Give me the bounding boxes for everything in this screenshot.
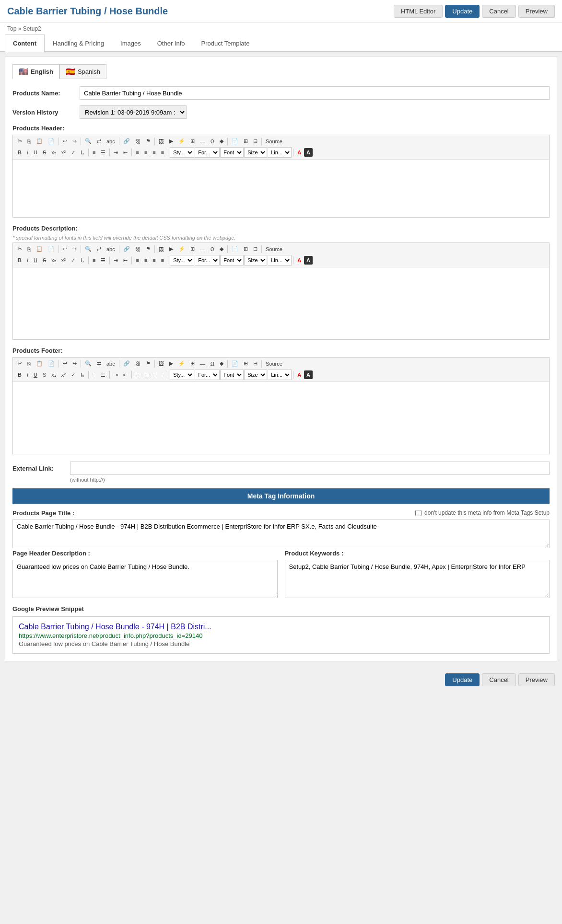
tb-link[interactable]: 🔗 bbox=[121, 137, 132, 146]
tb3-flash[interactable]: ⚡ bbox=[176, 359, 187, 368]
dd2-styles[interactable]: Sty... bbox=[170, 255, 194, 266]
tb3-media[interactable]: ▶ bbox=[167, 359, 176, 368]
external-link-input[interactable] bbox=[70, 462, 550, 475]
tb-hline[interactable]: — bbox=[198, 137, 208, 146]
tb-omega[interactable]: Ω bbox=[208, 137, 217, 146]
editor3-body[interactable] bbox=[13, 382, 549, 454]
meta-page-title-input[interactable] bbox=[12, 520, 550, 548]
tb2-find[interactable]: 🔍 bbox=[82, 244, 94, 254]
tb-flash[interactable]: ⚡ bbox=[176, 137, 187, 146]
cancel-button-top[interactable]: Cancel bbox=[482, 5, 515, 18]
tb2-replace[interactable]: ⇄ bbox=[94, 244, 104, 254]
tb-ol[interactable]: ≡ bbox=[90, 148, 98, 157]
tb3-spell[interactable]: abc bbox=[104, 359, 117, 368]
tb-sup[interactable]: x² bbox=[59, 148, 68, 157]
dd2-line[interactable]: Lin... bbox=[268, 255, 292, 266]
tb3-cut[interactable]: ✂ bbox=[15, 359, 24, 368]
tab-other-info[interactable]: Other Info bbox=[149, 35, 193, 52]
tb-align-center[interactable]: ≡ bbox=[142, 148, 150, 157]
tb-table[interactable]: ⊞ bbox=[188, 137, 197, 146]
dd-font[interactable]: Font bbox=[220, 147, 244, 158]
tb-image[interactable]: 🖼 bbox=[156, 137, 166, 146]
tb3-italic[interactable]: I bbox=[24, 370, 31, 379]
tb-replace[interactable]: ⇄ bbox=[94, 137, 104, 146]
tb-anchor[interactable]: ⚑ bbox=[143, 137, 153, 146]
tb2-copy[interactable]: ⎘ bbox=[25, 245, 33, 254]
tb-redo[interactable]: ↪ bbox=[70, 137, 79, 146]
tb2-unlink[interactable]: ⛓ bbox=[133, 245, 143, 254]
tb-indent[interactable]: ⇥ bbox=[111, 148, 120, 157]
lang-tab-english[interactable]: 🇺🇸 English bbox=[12, 64, 59, 79]
tb3-grid2[interactable]: ⊟ bbox=[251, 359, 260, 368]
tb3-align-right[interactable]: ≡ bbox=[150, 370, 158, 379]
tb3-sup[interactable]: x² bbox=[59, 370, 68, 379]
tb3-link[interactable]: 🔗 bbox=[121, 359, 132, 368]
cancel-button-bottom[interactable]: Cancel bbox=[482, 673, 515, 686]
tb3-diamond[interactable]: ◆ bbox=[217, 359, 226, 368]
tb-align-left[interactable]: ≡ bbox=[133, 148, 141, 157]
dd3-font[interactable]: Font bbox=[220, 370, 244, 380]
tab-images[interactable]: Images bbox=[112, 35, 149, 52]
tb3-redo[interactable]: ↪ bbox=[70, 359, 79, 368]
tb2-italic[interactable]: I bbox=[24, 256, 31, 265]
tb-clearformat[interactable]: Iₓ bbox=[78, 148, 87, 157]
tb3-template[interactable]: 📄 bbox=[229, 359, 241, 368]
tb2-paste[interactable]: 📋 bbox=[34, 244, 45, 254]
tb-unlink[interactable]: ⛓ bbox=[133, 137, 143, 146]
tb-align-justify[interactable]: ≡ bbox=[159, 148, 166, 157]
version-history-select[interactable]: Revision 1: 03-09-2019 9:09am : bbox=[80, 105, 187, 119]
dd-format[interactable]: For... bbox=[195, 147, 220, 158]
tb-spell[interactable]: abc bbox=[104, 137, 117, 146]
tb-paste2[interactable]: 📄 bbox=[46, 137, 57, 146]
tab-content[interactable]: Content bbox=[5, 35, 45, 52]
tb-align-right[interactable]: ≡ bbox=[150, 148, 158, 157]
tb-italic[interactable]: I bbox=[24, 148, 31, 157]
tb-find[interactable]: 🔍 bbox=[82, 137, 94, 146]
editor2-body[interactable] bbox=[13, 267, 549, 339]
tb2-underline[interactable]: U bbox=[31, 256, 40, 265]
tb2-table[interactable]: ⊞ bbox=[188, 244, 197, 254]
tb3-replace[interactable]: ⇄ bbox=[94, 359, 104, 368]
tb2-cut[interactable]: ✂ bbox=[15, 244, 24, 254]
tb3-check[interactable]: ✓ bbox=[69, 370, 78, 380]
products-name-input[interactable] bbox=[80, 86, 550, 100]
tb2-fontcolor[interactable]: A bbox=[295, 256, 304, 265]
tb3-ol[interactable]: ≡ bbox=[90, 370, 98, 379]
tb-sub[interactable]: x₂ bbox=[49, 148, 59, 157]
tb3-indent[interactable]: ⇥ bbox=[111, 370, 120, 380]
dd3-size[interactable]: Size bbox=[244, 370, 267, 380]
tb3-underline[interactable]: U bbox=[31, 370, 40, 379]
tb2-sub[interactable]: x₂ bbox=[49, 256, 59, 265]
tb2-anchor[interactable]: ⚑ bbox=[143, 244, 153, 254]
update-button-top[interactable]: Update bbox=[445, 5, 480, 18]
tb2-flash[interactable]: ⚡ bbox=[176, 244, 187, 254]
tb-strikethrough[interactable]: S bbox=[40, 148, 48, 157]
tb3-anchor[interactable]: ⚑ bbox=[143, 359, 153, 368]
dd3-styles[interactable]: Sty... bbox=[170, 370, 194, 380]
tb3-image[interactable]: 🖼 bbox=[156, 359, 166, 368]
tb-outdent[interactable]: ⇤ bbox=[121, 148, 130, 157]
tb3-paste[interactable]: 📋 bbox=[34, 359, 45, 368]
html-editor-button[interactable]: HTML Editor bbox=[394, 5, 443, 18]
tb2-hline[interactable]: — bbox=[198, 245, 208, 254]
tb2-spell[interactable]: abc bbox=[104, 245, 117, 254]
tb-check[interactable]: ✓ bbox=[69, 148, 78, 157]
tb3-ul[interactable]: ☰ bbox=[98, 370, 108, 380]
tb2-grid2[interactable]: ⊟ bbox=[251, 244, 260, 254]
tb3-find[interactable]: 🔍 bbox=[82, 359, 94, 368]
tb2-ol[interactable]: ≡ bbox=[90, 256, 98, 265]
tb-template[interactable]: 📄 bbox=[229, 137, 241, 146]
tb-copy[interactable]: ⎘ bbox=[25, 137, 33, 146]
tb3-outdent[interactable]: ⇤ bbox=[121, 370, 130, 380]
tb3-bgcolor[interactable]: A bbox=[304, 370, 313, 379]
tb-paste[interactable]: 📋 bbox=[34, 137, 45, 146]
tb2-indent[interactable]: ⇥ bbox=[111, 256, 120, 265]
tb-underline[interactable]: U bbox=[31, 148, 40, 157]
tb3-source[interactable]: Source bbox=[263, 359, 285, 368]
tb-grid[interactable]: ⊞ bbox=[241, 137, 250, 146]
tb3-strikethrough[interactable]: S bbox=[40, 370, 48, 379]
tb3-copy[interactable]: ⎘ bbox=[25, 359, 33, 368]
tb3-align-justify[interactable]: ≡ bbox=[159, 370, 166, 379]
tb2-bgcolor[interactable]: A bbox=[304, 256, 313, 265]
tb2-ul[interactable]: ☰ bbox=[98, 256, 108, 265]
